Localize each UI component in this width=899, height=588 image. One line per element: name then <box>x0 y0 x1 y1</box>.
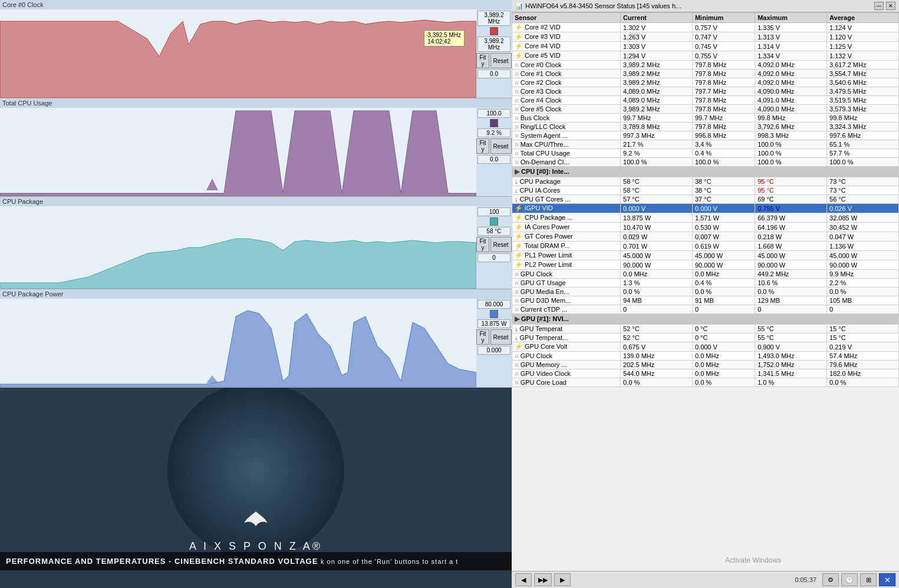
toolbar-left: ◀ ▶▶ ▶ <box>515 573 571 586</box>
sensor-name: ○ Core #0 Clock <box>512 61 621 70</box>
sensor-name: ○ GPU Clock <box>512 352 621 361</box>
cpu-package-value2: 58 °C <box>478 227 511 236</box>
sensor-maximum: 1,493.0 MHz <box>755 352 827 361</box>
cpu-usage-color <box>490 119 498 127</box>
table-row: ○ Ring/LLC Clock 3,789.8 MHz 797.8 MHz 3… <box>512 123 899 131</box>
forward2-button[interactable]: ▶ <box>554 573 571 586</box>
close-button[interactable]: ✕ <box>886 2 895 10</box>
cpu-usage-reset[interactable]: Reset <box>490 138 512 154</box>
sensor-name: ○ Current cTDP ... <box>512 305 621 314</box>
sensor-minimum: 0.000 V <box>692 204 755 213</box>
sensor-current: 10.470 W <box>621 223 693 232</box>
power-icon: ⚡ <box>515 242 523 249</box>
sensor-minimum: 0.4 % <box>692 279 755 288</box>
core-clock-value1: 3,989.2 MHz <box>478 11 511 26</box>
sensor-average: 1.136 W <box>827 242 899 251</box>
sensor-current: 94 MB <box>621 296 693 305</box>
thermo-icon: ↓ <box>515 334 518 341</box>
sensor-current: 3,989.2 MHz <box>621 105 693 114</box>
max-value: 0 <box>758 306 761 313</box>
sensor-name: ○ Total CPU Usage <box>512 149 621 158</box>
sensor-name: ○ Ring/LLC Clock <box>512 123 621 131</box>
forward-button[interactable]: ▶▶ <box>534 573 552 586</box>
cpu-usage-fity[interactable]: Fit y <box>476 138 489 154</box>
sensor-average: 57.4 MHz <box>827 352 899 361</box>
sensor-average: 1.132 V <box>827 51 899 61</box>
table-row: ○ Core #2 Clock 3,989.2 MHz 797.8 MHz 4,… <box>512 78 899 87</box>
sensor-name: ○ Core #2 Clock <box>512 78 621 87</box>
sensor-name: ○ GPU GT Usage <box>512 279 621 288</box>
table-row: ○ On-Demand Cl... 100.0 % 100.0 % 100.0 … <box>512 158 899 167</box>
clock-icon: ○ <box>515 270 519 278</box>
sensor-name: ○ Core #4 Clock <box>512 96 621 105</box>
sensor-current: 544.0 MHz <box>621 369 693 378</box>
core-clock-fity[interactable]: Fit y <box>476 53 489 68</box>
core-clock-svg <box>0 9 476 98</box>
col-maximum: Maximum <box>755 13 827 23</box>
cpu-usage-value2: 9.2 % <box>478 128 511 137</box>
sensor-minimum: 0 °C <box>692 333 755 342</box>
table-row: ○ GPU Clock 0.0 MHz 0.0 MHz 449.2 MHz 9.… <box>512 270 899 279</box>
max-value: 99.8 MHz <box>758 114 785 121</box>
max-value: 1.0 % <box>758 379 774 386</box>
cpu-package-fity[interactable]: Fit y <box>476 237 489 252</box>
table-row: ⚡ Core #4 VID 1.303 V 0.745 V 1.314 V 1.… <box>512 42 899 51</box>
sensor-average: 57.7 % <box>827 149 899 158</box>
sensor-minimum: 38 °C <box>692 177 755 186</box>
sensor-minimum: 37 °C <box>692 195 755 204</box>
hwinfo-titlebar: 📊 HWiNFO64 v5.84-3450 Sensor Status [145… <box>512 0 899 12</box>
sensor-average: 2.2 % <box>827 279 899 288</box>
max-value: 90.000 W <box>758 262 785 269</box>
volt-icon: ⚡ <box>515 204 523 212</box>
toolbar-right: 0:05:37 ⚙ 🕐 ⊞ ✕ <box>791 573 895 586</box>
bottom-toolbar: ◀ ▶▶ ▶ 0:05:37 ⚙ 🕐 ⊞ ✕ <box>512 571 899 588</box>
sensor-average: 105 MB <box>827 296 899 305</box>
sensor-name: ○ GPU Clock <box>512 270 621 279</box>
cpu-package-reset[interactable]: Reset <box>490 237 512 252</box>
sensor-minimum: 0 <box>692 305 755 314</box>
cpu-power-title: CPU Package Power <box>0 289 512 299</box>
table-row: ⚡ GPU Core Volt 0.675 V 0.000 V 0.900 V … <box>512 342 899 352</box>
settings-button[interactable]: ⚙ <box>822 573 839 586</box>
volt-icon: ⚡ <box>515 33 523 40</box>
core-clock-reset[interactable]: Reset <box>490 53 512 68</box>
close-red-button[interactable]: ✕ <box>879 573 895 586</box>
clock-button[interactable]: 🕐 <box>841 573 858 586</box>
table-row: ○ GPU Clock 139.0 MHz 0.0 MHz 1,493.0 MH… <box>512 352 899 361</box>
table-row: ○ GPU Memory ... 202.5 MHz 0.0 MHz 1,752… <box>512 361 899 369</box>
left-panel: Core #0 Clock 3,392.5 MHz 14:02:42 3,989… <box>0 0 512 588</box>
sensor-average: 56 °C <box>827 195 899 204</box>
activate-watermark: Activate Windows <box>725 556 781 564</box>
table-header-row: Sensor Current Minimum Maximum Average <box>512 13 899 23</box>
core-clock-min: 0.0 <box>478 70 511 78</box>
sensor-minimum: 45.000 W <box>692 251 755 260</box>
max-value: 4,091.0 MHz <box>758 97 794 104</box>
max-value: 0.900 V <box>758 343 780 351</box>
thermo-icon: ↓ <box>515 187 518 194</box>
sensor-maximum: 100.0 % <box>755 158 827 167</box>
table-row: ↓ CPU IA Cores 58 °C 38 °C 95 °C 73 °C <box>512 186 899 195</box>
sensor-current: 58 °C <box>621 186 693 195</box>
cpu-power-fity[interactable]: Fit y <box>476 329 489 345</box>
titlebar-buttons: — ✕ <box>874 2 895 10</box>
cpu-power-section: CPU Package Power 80.000 13.875 W Fit y … <box>0 289 512 388</box>
cpu-package-btns: Fit y Reset <box>476 237 511 252</box>
back-button[interactable]: ◀ <box>515 573 532 586</box>
sensor-name: ⚡ GPU Core Volt <box>512 342 621 352</box>
sensor-maximum: 90.000 W <box>755 260 827 270</box>
sensor-name: ⚡ IA Cores Power <box>512 223 621 232</box>
sensor-minimum: 0.0 MHz <box>692 361 755 369</box>
sensor-maximum: 0 <box>755 305 827 314</box>
table-row: ⚡ Core #2 VID 1.302 V 0.757 V 1.335 V 1.… <box>512 23 899 32</box>
clock-icon: ○ <box>515 123 519 130</box>
minimize-button[interactable]: — <box>874 2 884 10</box>
cpu-power-reset[interactable]: Reset <box>490 329 512 345</box>
sensor-current: 997.3 MHz <box>621 131 693 140</box>
table-row: ○ GPU Core Load 0.0 % 0.0 % 1.0 % 0.0 % <box>512 378 899 387</box>
max-value-blue: 0.795 V <box>758 205 780 212</box>
sensor-data-table: Sensor Current Minimum Maximum Average ⚡… <box>512 12 899 387</box>
max-value: 1.668 W <box>758 243 782 250</box>
sensor-average: 1.125 V <box>827 42 899 51</box>
windows-button[interactable]: ⊞ <box>860 573 877 586</box>
sensor-maximum: 1.0 % <box>755 378 827 387</box>
